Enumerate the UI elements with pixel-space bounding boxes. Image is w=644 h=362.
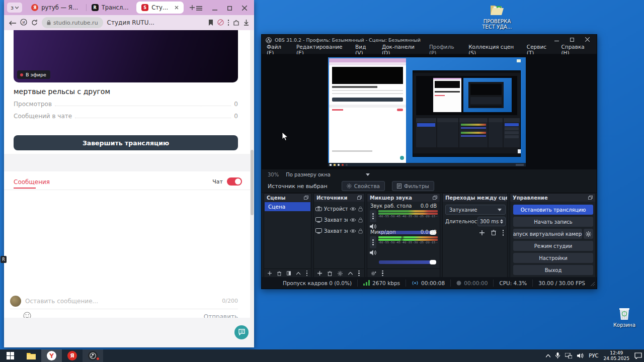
transitions-panel: Переходы между сце... Затухание Длительн… bbox=[442, 193, 508, 278]
scene-filters-icon[interactable] bbox=[287, 271, 291, 276]
rutube-side-tab[interactable]: R bbox=[1, 256, 7, 263]
microphone-icon[interactable] bbox=[555, 352, 560, 359]
tab-messages[interactable]: Сообщения bbox=[14, 178, 50, 186]
obs-minimize-button[interactable] bbox=[554, 37, 559, 43]
zoom-mode-dropdown[interactable]: По размеру окна bbox=[286, 172, 370, 177]
scrollbar-thumb[interactable] bbox=[251, 150, 254, 215]
maximize-button[interactable] bbox=[227, 3, 232, 13]
action-center-icon[interactable] bbox=[634, 352, 642, 359]
menu-help[interactable]: Справка (H) bbox=[561, 44, 592, 56]
source-item-display-capture-2[interactable]: Захват экр bbox=[315, 226, 363, 236]
menu-file[interactable]: Файл (F) bbox=[267, 44, 288, 56]
properties-button[interactable]: Свойства bbox=[342, 181, 385, 191]
move-up-icon[interactable] bbox=[296, 272, 300, 275]
add-transition-icon[interactable] bbox=[479, 230, 485, 235]
visibility-eye-icon[interactable] bbox=[350, 207, 356, 211]
source-properties-gear-icon[interactable] bbox=[338, 271, 343, 276]
transition-select[interactable]: Затухание bbox=[445, 205, 506, 215]
filters-button[interactable]: Фильтры bbox=[392, 181, 434, 191]
source-item-device[interactable]: Устройство bbox=[315, 204, 363, 214]
mixer-menu-icon[interactable] bbox=[382, 270, 383, 277]
start-button[interactable] bbox=[0, 349, 21, 362]
menu-view[interactable]: Вид (V) bbox=[355, 44, 374, 56]
stop-streaming-button[interactable]: Остановить трансляцию bbox=[513, 205, 593, 215]
protect-icon[interactable] bbox=[217, 18, 224, 28]
duration-spinner[interactable]: 300 ms bbox=[477, 217, 506, 226]
minimize-button[interactable] bbox=[212, 3, 217, 13]
settings-button[interactable]: Настройки bbox=[513, 253, 593, 263]
language-indicator[interactable]: РУС bbox=[589, 353, 598, 358]
menu-docks[interactable]: Док-панели (D) bbox=[382, 44, 421, 56]
network-icon[interactable] bbox=[565, 353, 572, 358]
source-item-display-capture-1[interactable]: Захват экр bbox=[315, 215, 363, 225]
popout-dock-icon[interactable] bbox=[357, 196, 362, 200]
remove-transition-icon[interactable] bbox=[491, 230, 496, 235]
tab-studio-rutube-active[interactable]: S Студия RUTU... bbox=[136, 2, 184, 14]
obs-maximize-button[interactable] bbox=[570, 37, 574, 43]
studio-mode-button[interactable]: Режим студии bbox=[513, 241, 593, 251]
visibility-eye-icon[interactable] bbox=[350, 218, 356, 222]
remove-source-icon[interactable] bbox=[328, 271, 332, 276]
downloads-icon[interactable] bbox=[244, 18, 249, 28]
virtual-camera-button[interactable]: Запуск виртуальной камеры bbox=[513, 229, 582, 239]
new-tab-button[interactable] bbox=[188, 3, 196, 13]
mixer-channel-menu-icon[interactable] bbox=[370, 210, 376, 222]
mixer-channel-menu-icon[interactable] bbox=[370, 236, 376, 248]
resize-grip-icon[interactable] bbox=[591, 282, 595, 287]
yandex-browser-button[interactable]: Y bbox=[41, 349, 62, 362]
bookmark-icon[interactable] bbox=[208, 18, 213, 28]
tab-yandex-search[interactable]: Я рутуб — Яндекс bbox=[26, 0, 86, 15]
scene-item-selected[interactable]: Сцена bbox=[265, 202, 310, 211]
end-stream-button[interactable]: Завершить трансляцию bbox=[14, 135, 238, 150]
chat-toggle[interactable] bbox=[227, 177, 242, 186]
desktop-icon-recycle-bin[interactable]: Корзина bbox=[606, 306, 642, 328]
menu-scene-collection[interactable]: Коллекция сцен (S) bbox=[468, 44, 519, 56]
tray-expand-icon[interactable] bbox=[546, 354, 550, 357]
scenes-menu-icon[interactable] bbox=[306, 270, 308, 277]
sources-menu-icon[interactable] bbox=[358, 270, 360, 277]
move-up-icon[interactable] bbox=[348, 272, 353, 275]
tab-translations[interactable]: R Трансляции bbox=[87, 0, 136, 15]
add-scene-icon[interactable] bbox=[268, 271, 272, 276]
obs-close-button[interactable] bbox=[585, 37, 590, 43]
popout-dock-icon[interactable] bbox=[588, 196, 593, 200]
taskbar-clock[interactable]: 12:49 24.05.2025 bbox=[603, 350, 629, 361]
add-source-icon[interactable] bbox=[317, 271, 322, 276]
file-explorer-button[interactable] bbox=[21, 349, 41, 362]
popout-dock-icon[interactable] bbox=[433, 196, 437, 200]
reload-button[interactable] bbox=[31, 18, 38, 28]
exit-button[interactable]: Выход bbox=[513, 265, 593, 275]
menu-edit[interactable]: Редактирование (E) bbox=[296, 44, 347, 56]
close-button[interactable] bbox=[242, 3, 247, 13]
volume-icon[interactable] bbox=[577, 353, 584, 358]
lock-icon[interactable] bbox=[358, 206, 363, 212]
address-bar[interactable]: studio.rutube.ru bbox=[42, 17, 103, 28]
browser-menu-icon[interactable] bbox=[196, 3, 202, 13]
yandex-app-button[interactable]: Я bbox=[62, 349, 83, 362]
remove-scene-icon[interactable] bbox=[277, 271, 281, 276]
menu-tools[interactable]: Сервис (T) bbox=[527, 44, 553, 56]
profile-button[interactable]: з bbox=[7, 3, 22, 13]
support-chat-button[interactable] bbox=[234, 325, 249, 339]
popout-dock-icon[interactable] bbox=[304, 196, 308, 200]
visibility-eye-icon[interactable] bbox=[350, 229, 356, 233]
extensions-icon[interactable] bbox=[233, 18, 239, 28]
lock-icon[interactable] bbox=[358, 228, 363, 234]
lock-icon[interactable] bbox=[358, 217, 363, 223]
site-info-button[interactable]: и bbox=[20, 18, 27, 28]
advanced-audio-gear-icon[interactable] bbox=[371, 271, 376, 276]
obs-taskbar-button[interactable] bbox=[83, 349, 103, 362]
back-button[interactable] bbox=[9, 18, 16, 28]
transitions-menu-icon[interactable] bbox=[503, 230, 504, 236]
virtual-camera-config-button[interactable] bbox=[584, 229, 593, 239]
more-options-icon[interactable] bbox=[228, 20, 229, 26]
desktop-icon-folder[interactable]: ПРОВЕРКА ТЕСТ УДА... bbox=[479, 3, 515, 30]
obs-preview-canvas[interactable] bbox=[262, 54, 597, 169]
close-tab-icon[interactable] bbox=[175, 6, 179, 10]
volume-slider-mic[interactable] bbox=[379, 260, 436, 264]
browser-scrollbar[interactable] bbox=[250, 30, 254, 347]
menu-profile[interactable]: Профиль (P) bbox=[429, 44, 460, 56]
start-recording-button[interactable]: Начать запись bbox=[513, 217, 593, 227]
chat-message-input[interactable] bbox=[25, 298, 218, 305]
mute-speaker-icon[interactable] bbox=[370, 248, 376, 257]
